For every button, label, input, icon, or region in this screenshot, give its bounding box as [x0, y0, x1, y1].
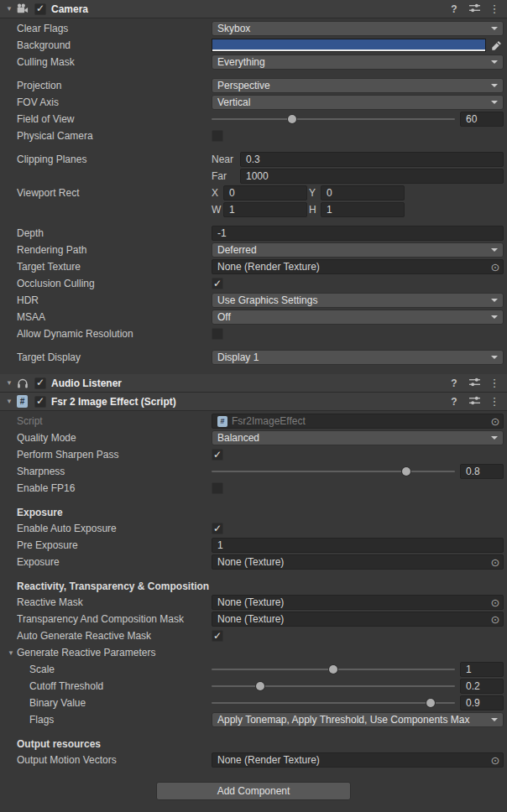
field-value: 0: [327, 187, 332, 199]
help-icon[interactable]: ?: [448, 3, 460, 15]
slider-track: [212, 685, 455, 687]
exposure-field[interactable]: None (Texture) ⊙: [212, 554, 504, 570]
output-motion-vectors-row: Output Motion Vectors None (Render Textu…: [0, 752, 507, 768]
near-label: Near: [212, 154, 240, 165]
fsr2-enabled-checkbox[interactable]: [34, 396, 46, 408]
kebab-menu-icon[interactable]: ⋮: [489, 377, 500, 389]
eyedropper-icon[interactable]: [489, 39, 504, 52]
slider-knob[interactable]: [402, 467, 410, 476]
field-of-view-slider[interactable]: [212, 112, 455, 127]
slider-knob[interactable]: [329, 665, 337, 674]
presets-icon[interactable]: [468, 395, 480, 409]
foldout-icon[interactable]: ▼: [3, 379, 15, 387]
fov-axis-dropdown[interactable]: Vertical: [212, 95, 504, 110]
section-reactivity-header: Reactivity, Transparency & Composition: [0, 579, 507, 594]
cutoff-threshold-slider[interactable]: [212, 679, 455, 694]
perform-sharpen-pass-checkbox[interactable]: [212, 449, 223, 461]
viewport-x-field[interactable]: 0: [223, 185, 307, 200]
projection-dropdown[interactable]: Perspective: [212, 78, 504, 93]
kebab-menu-icon[interactable]: ⋮: [489, 3, 500, 15]
hdr-dropdown[interactable]: Use Graphics Settings: [212, 293, 504, 308]
quality-mode-label: Quality Mode: [17, 432, 212, 444]
camera-header[interactable]: ▼ Camera ? ⋮: [0, 0, 507, 18]
object-field-value: None (Texture): [217, 613, 488, 625]
background-color-swatch[interactable]: [212, 39, 486, 52]
rendering-path-dropdown[interactable]: Deferred: [212, 242, 504, 258]
culling-mask-dropdown[interactable]: Everything: [212, 55, 504, 70]
presets-icon[interactable]: [468, 3, 480, 16]
scale-row: Scale 1: [0, 661, 507, 678]
sharpness-value-field[interactable]: 0.8: [460, 464, 504, 479]
audio-listener-header[interactable]: ▼ Audio Listener ? ⋮: [0, 374, 507, 393]
object-picker-icon[interactable]: ⊙: [488, 612, 503, 626]
flags-dropdown[interactable]: Apply Tonemap, Apply Threshold, Use Comp…: [212, 712, 504, 727]
enable-fp16-checkbox[interactable]: [212, 482, 223, 494]
audio-listener-enabled-checkbox[interactable]: [34, 377, 46, 389]
background-row: Background: [0, 37, 507, 54]
far-field[interactable]: 1000: [240, 169, 504, 184]
help-icon[interactable]: ?: [448, 377, 460, 389]
near-field[interactable]: 0.3: [240, 152, 504, 167]
script-field[interactable]: # Fsr2ImageEffect ⊙: [212, 414, 504, 429]
section-output-header: Output resources: [0, 737, 507, 752]
viewport-h-field[interactable]: 1: [321, 202, 405, 217]
foldout-icon[interactable]: ▼: [3, 5, 15, 13]
output-motion-vectors-field[interactable]: None (Render Texture) ⊙: [212, 752, 504, 768]
foldout-icon[interactable]: ▼: [5, 649, 17, 657]
fsr2-header[interactable]: ▼ # Fsr 2 Image Effect (Script) ? ⋮: [0, 393, 507, 411]
camera-properties: Clear Flags Skybox Background: [0, 18, 507, 374]
dropdown-value: Display 1: [217, 351, 487, 363]
reactive-mask-field[interactable]: None (Texture) ⊙: [212, 595, 504, 610]
scale-slider[interactable]: [212, 662, 455, 677]
target-texture-field[interactable]: None (Render Texture) ⊙: [212, 259, 504, 274]
clear-flags-dropdown[interactable]: Skybox: [212, 21, 504, 36]
field-value: 0.2: [466, 680, 480, 692]
viewport-x-group: X 0: [212, 185, 307, 200]
object-picker-icon[interactable]: ⊙: [488, 414, 503, 428]
occlusion-culling-checkbox[interactable]: [212, 278, 223, 289]
cutoff-threshold-value-field[interactable]: 0.2: [460, 679, 504, 694]
field-value: 1: [327, 204, 332, 216]
dropdown-value: Off: [217, 311, 487, 323]
presets-icon[interactable]: [468, 377, 480, 390]
occlusion-culling-row: Occlusion Culling: [0, 275, 507, 292]
slider-knob[interactable]: [426, 699, 435, 707]
camera-enabled-checkbox[interactable]: [34, 3, 46, 15]
transparency-mask-field[interactable]: None (Texture) ⊙: [212, 612, 504, 627]
rendering-path-row: Rendering Path Deferred: [0, 242, 507, 258]
target-texture-label: Target Texture: [17, 261, 212, 273]
enable-auto-exposure-checkbox[interactable]: [212, 523, 223, 534]
depth-field[interactable]: -1: [212, 226, 504, 241]
object-picker-icon[interactable]: ⊙: [488, 753, 503, 767]
quality-mode-dropdown[interactable]: Balanced: [212, 430, 504, 445]
object-picker-icon[interactable]: ⊙: [488, 555, 503, 569]
field-value: 0.3: [246, 154, 260, 165]
scale-value-field[interactable]: 1: [460, 662, 504, 677]
viewport-rect-xy-row: Viewport Rect X 0 Y 0: [0, 185, 507, 201]
physical-camera-checkbox[interactable]: [212, 130, 223, 142]
allow-dynamic-resolution-checkbox[interactable]: [212, 328, 223, 340]
field-of-view-value-field[interactable]: 60: [460, 112, 504, 127]
binary-value-value-field[interactable]: 0.9: [460, 695, 504, 710]
sharpness-slider[interactable]: [212, 464, 455, 479]
add-component-button[interactable]: Add Component: [156, 782, 351, 800]
slider-knob[interactable]: [256, 682, 264, 690]
help-icon[interactable]: ?: [448, 396, 460, 408]
headphones-icon: [15, 377, 29, 390]
auto-generate-reactive-mask-checkbox[interactable]: [212, 630, 223, 642]
viewport-w-field[interactable]: 1: [223, 202, 307, 217]
foldout-icon[interactable]: ▼: [3, 398, 15, 405]
object-picker-icon[interactable]: ⊙: [488, 260, 503, 273]
binary-value-slider[interactable]: [212, 695, 455, 710]
object-picker-icon[interactable]: ⊙: [488, 596, 503, 609]
msaa-dropdown[interactable]: Off: [212, 310, 504, 325]
kebab-menu-icon[interactable]: ⋮: [489, 395, 500, 408]
target-display-dropdown[interactable]: Display 1: [212, 350, 504, 365]
pre-exposure-field[interactable]: 1: [212, 538, 504, 553]
slider-knob[interactable]: [288, 115, 296, 123]
viewport-y-field[interactable]: 0: [321, 185, 405, 200]
chevron-down-icon: [491, 27, 498, 30]
script-page-icon: #: [17, 395, 28, 408]
viewport-h-group: H 1: [309, 202, 405, 217]
target-texture-row: Target Texture None (Render Texture) ⊙: [0, 258, 507, 275]
